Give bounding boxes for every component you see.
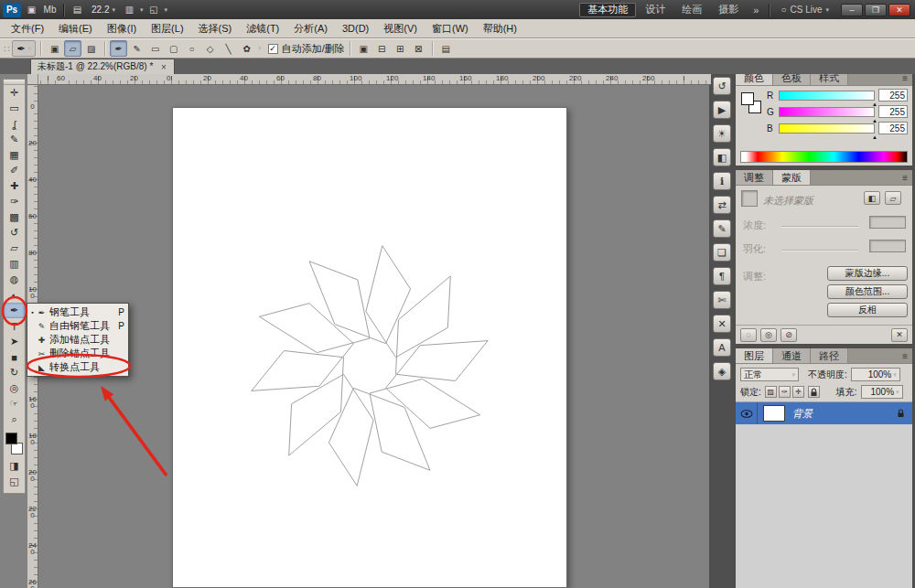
mask-edge-button[interactable]: 蒙版边缘... xyxy=(827,266,908,281)
pen-button[interactable]: ✒ xyxy=(110,40,127,57)
paths-button[interactable]: ▱ xyxy=(64,40,81,57)
fill-value[interactable]: 100% ▾ xyxy=(861,385,903,399)
channel-B-value[interactable]: 255 xyxy=(878,122,908,134)
menubar-item-7[interactable]: 3D(D) xyxy=(335,19,376,37)
polygon-button[interactable]: ◇ xyxy=(201,40,219,57)
layers-panel-tab-1[interactable]: 通道 xyxy=(773,348,811,363)
lock-all-icon[interactable] xyxy=(808,386,820,398)
dock-adjustments-icon[interactable]: ☀ xyxy=(713,124,731,143)
blur-tool[interactable]: ◍ xyxy=(4,272,25,287)
quick-mask-button[interactable]: ◨ xyxy=(4,458,25,474)
dock-clone-source-icon[interactable]: ❏ xyxy=(713,243,731,262)
history-brush-tool[interactable]: ↺ xyxy=(4,225,25,241)
dock-actions-icon[interactable]: ▶ xyxy=(713,101,731,119)
menubar-item-10[interactable]: 帮助(H) xyxy=(476,19,524,37)
document-tab[interactable]: 未标题-1 @ 22.2%(RGB/8) * × xyxy=(30,59,175,74)
menubar-item-1[interactable]: 编辑(E) xyxy=(51,19,100,37)
menubar-item-8[interactable]: 视图(V) xyxy=(376,19,425,37)
foreground-color-swatch[interactable] xyxy=(5,433,17,444)
color-range-button[interactable]: 颜色范围... xyxy=(827,284,908,299)
path-selection-tool[interactable]: ➤ xyxy=(4,334,25,349)
visibility-toggle[interactable] xyxy=(736,402,758,424)
move-tool[interactable]: ✛ xyxy=(4,85,25,101)
clone-stamp-tool[interactable]: ▩ xyxy=(4,209,25,225)
maximize-button[interactable]: ❐ xyxy=(865,4,887,16)
spot-healing-brush-tool[interactable]: ✚ xyxy=(4,178,25,194)
auto-add-delete-checkbox[interactable]: ✓ xyxy=(268,44,278,54)
layers-panel-tab-0[interactable]: 图层 xyxy=(736,348,773,363)
view-extras-icon[interactable]: ▤ xyxy=(70,3,85,17)
density-value-box[interactable] xyxy=(869,216,906,229)
3d-camera-rotate-tool[interactable]: ◎ xyxy=(4,380,25,396)
menubar-item-9[interactable]: 窗口(W) xyxy=(425,19,476,37)
channel-G-slider[interactable]: ▲ xyxy=(779,107,875,117)
menu-item-freeform-pen[interactable]: ✎自由钢笔工具P xyxy=(27,319,128,333)
minimize-button[interactable]: – xyxy=(841,4,863,16)
exclude-shape-button[interactable]: ⊠ xyxy=(410,40,427,57)
menu-item-delete-anchor[interactable]: ✂删除锚点工具 xyxy=(27,347,128,360)
panel-toggle-icon[interactable]: ▤ xyxy=(437,40,455,57)
quick-selection-tool[interactable]: ✎ xyxy=(4,132,25,147)
eyedropper-tool[interactable]: ✐ xyxy=(4,163,25,178)
hand-tool[interactable]: ☞ xyxy=(4,396,25,412)
menubar-item-5[interactable]: 滤镜(T) xyxy=(239,19,286,37)
layer-row-background[interactable]: 背景 xyxy=(736,402,912,424)
delete-mask-icon[interactable]: ✕ xyxy=(891,328,908,342)
launch-bridge-icon[interactable]: ▣ xyxy=(24,3,39,17)
color-spectrum-ramp[interactable] xyxy=(740,151,908,163)
crop-tool[interactable]: ▦ xyxy=(4,147,25,163)
add-shape-button[interactable]: ▣ xyxy=(355,40,372,57)
channel-R-value[interactable]: 255 xyxy=(878,89,908,102)
brush-tool[interactable]: ✑ xyxy=(4,194,25,209)
ruler-top[interactable]: 6040200204060801001201401601802002202402… xyxy=(38,74,711,85)
arrange-documents-icon[interactable]: ▥ xyxy=(122,3,137,17)
close-button[interactable]: ✕ xyxy=(888,4,910,16)
3d-object-rotate-tool[interactable]: ↻ xyxy=(4,365,25,380)
menu-item-convert-point[interactable]: ◣转换点工具 xyxy=(27,360,128,374)
dock-info-icon[interactable]: ℹ xyxy=(713,172,731,190)
screen-mode-icon[interactable]: ◱ xyxy=(146,3,162,17)
fill-pixels-button[interactable]: ▨ xyxy=(82,40,100,57)
subtract-shape-button[interactable]: ⊟ xyxy=(373,40,391,57)
zoom-level-control[interactable]: 22.2 ▾ xyxy=(88,5,119,15)
lasso-tool[interactable]: ʆ xyxy=(4,116,25,132)
intersect-shape-button[interactable]: ⊞ xyxy=(392,40,409,57)
dock-paragraph-icon[interactable]: ¶ xyxy=(713,267,731,285)
apply-mask-icon[interactable]: ◎ xyxy=(760,328,777,342)
dock-styles-icon[interactable]: ◧ xyxy=(713,148,731,166)
shape-layers-button[interactable]: ▣ xyxy=(46,40,63,57)
workspace-button-1[interactable]: 设计 xyxy=(638,3,673,17)
lock-position-icon[interactable]: ✛ xyxy=(792,386,804,398)
rounded-rectangle-button[interactable]: ▢ xyxy=(165,40,182,57)
menubar-item-4[interactable]: 选择(S) xyxy=(191,19,240,37)
zoom-tool[interactable]: ⌕ xyxy=(4,412,25,427)
invert-button[interactable]: 反相 xyxy=(827,303,908,317)
rectangular-marquee-tool[interactable]: ▭ xyxy=(4,101,25,116)
layer-thumbnail[interactable] xyxy=(763,405,785,422)
menubar-item-0[interactable]: 文件(F) xyxy=(4,19,51,37)
tool-preset-picker[interactable]: ✒ ▾ xyxy=(12,40,36,57)
workspace-button-2[interactable]: 绘画 xyxy=(674,3,709,17)
custom-shape-button[interactable]: ✿ xyxy=(238,40,255,57)
feather-slider[interactable] xyxy=(781,250,858,251)
dock-close-icon[interactable]: ✕ xyxy=(713,315,731,333)
menu-item-pen[interactable]: ▪✒钢笔工具P xyxy=(27,305,128,319)
opacity-value[interactable]: 100% ▾ xyxy=(851,368,900,381)
menubar-item-6[interactable]: 分析(A) xyxy=(286,19,335,37)
rectangle-button[interactable]: ▭ xyxy=(146,40,164,57)
masks-panel-tab-0[interactable]: 调整 xyxy=(736,170,773,185)
menubar-item-2[interactable]: 图像(I) xyxy=(100,19,144,37)
blend-mode-select[interactable]: 正常 ▾ xyxy=(740,368,799,381)
disable-mask-icon[interactable]: ⊘ xyxy=(780,328,797,342)
dock-notes-icon[interactable]: ✎ xyxy=(713,219,731,238)
workspace-overflow-button[interactable]: » xyxy=(748,5,763,16)
add-pixel-mask-icon[interactable]: ◧ xyxy=(864,191,880,205)
dock-history-icon[interactable]: ↺ xyxy=(713,77,731,95)
auto-add-delete-option[interactable]: ✓ 自动添加/删除 xyxy=(268,42,345,56)
dock-navigator-icon[interactable]: ⇄ xyxy=(713,196,731,214)
dodge-tool[interactable]: ◐ xyxy=(4,287,25,303)
lock-transparency-icon[interactable]: ▨ xyxy=(765,386,777,398)
dock-character-icon[interactable]: A xyxy=(713,338,731,357)
rectangle-tool[interactable]: ■ xyxy=(4,349,25,365)
type-tool[interactable]: T xyxy=(4,318,25,334)
